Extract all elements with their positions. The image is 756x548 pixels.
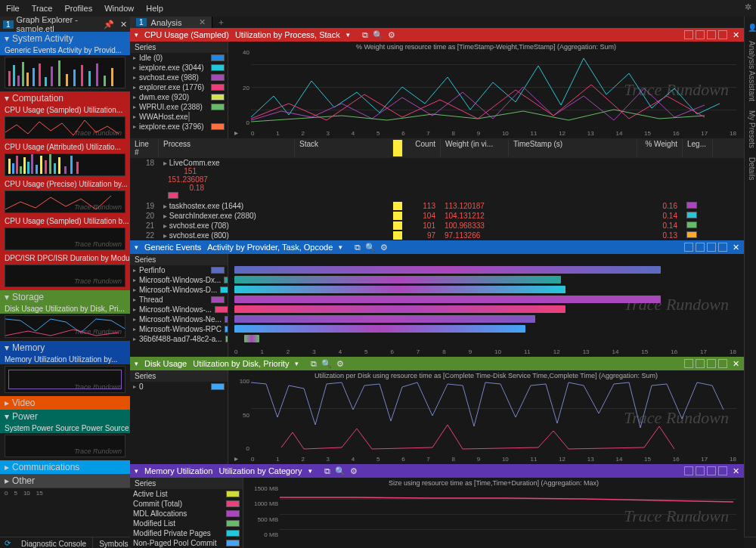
refresh-icon[interactable]: ⟳	[0, 537, 15, 548]
subgroup-label[interactable]: System Power Source Power Source	[0, 423, 130, 433]
event-bar[interactable]	[244, 335, 259, 342]
menu-help[interactable]: Help	[146, 4, 163, 13]
event-bar[interactable]	[234, 276, 561, 283]
series-item[interactable]: ▸svchost.exe (988)	[130, 73, 228, 82]
series-item[interactable]: ▸Thread	[130, 295, 228, 305]
group-power[interactable]: ▾Power	[0, 410, 130, 423]
thumb-dpc-isr[interactable]: Trace Rundown	[5, 265, 125, 287]
rail-my-presets[interactable]: My Presets	[745, 110, 756, 148]
series-item[interactable]: ▸Microsoft-Windows-D...	[130, 285, 228, 295]
group-storage[interactable]: ▾Storage	[0, 290, 130, 304]
menu-window[interactable]: Window	[104, 4, 134, 13]
group-system-activity[interactable]: ▾ System Activity	[0, 32, 130, 45]
series-item[interactable]: ▸36b6f488-aad7-48c2-a...	[130, 334, 228, 344]
subgroup-label[interactable]: CPU Usage (Precise) Utilization by...	[0, 179, 130, 189]
series-item[interactable]: Modified Private Pages	[130, 528, 243, 538]
table-row[interactable]: 21▸ svchost.exe (708)101100.9683330.14	[130, 221, 744, 231]
close-icon[interactable]: ✕	[733, 466, 739, 476]
close-icon[interactable]: ✕	[733, 30, 739, 40]
search-icon[interactable]: 🔍	[335, 466, 345, 476]
settings-icon[interactable]: ✲	[745, 2, 751, 12]
subgroup-label[interactable]: Disk Usage Utilization by Disk, Pri...	[0, 304, 130, 314]
chevron-right-icon[interactable]: ▸	[234, 454, 238, 463]
group-video[interactable]: ▸Video	[0, 396, 130, 410]
series-item[interactable]: MDL Allocations	[130, 509, 243, 519]
filter-icon[interactable]: ⧉	[355, 243, 361, 252]
series-item[interactable]: Active List	[130, 489, 243, 499]
layout-btn[interactable]	[707, 30, 716, 39]
filter-icon[interactable]: ⧉	[362, 30, 368, 40]
series-item[interactable]: ▸WWAHost.exe	[130, 112, 228, 122]
series-item[interactable]: ▸Perfinfo	[130, 265, 228, 275]
pin-icon[interactable]: 📌	[104, 20, 114, 29]
series-item[interactable]: ▸iexplore.exe (3044)	[130, 63, 228, 73]
event-bar[interactable]	[234, 266, 661, 274]
series-item[interactable]: ▸dwm.exe (920)	[130, 92, 228, 102]
series-item[interactable]: ▸WPRUI.exe (2388)	[130, 102, 228, 112]
search-icon[interactable]: 🔍	[321, 359, 332, 369]
new-tab-button[interactable]: ＋	[212, 17, 231, 28]
thumb-cpu-precise[interactable]: Trace Rundown	[5, 190, 125, 213]
series-item[interactable]: ▸Microsoft-Windows-RPC	[130, 324, 228, 334]
close-icon[interactable]: ✕	[199, 17, 206, 27]
layout-btn[interactable]	[696, 30, 705, 39]
search-icon[interactable]: 🔍	[373, 30, 383, 40]
thumb-disk[interactable]: Trace Rundown	[5, 315, 125, 338]
series-item[interactable]: Modified List	[130, 519, 243, 528]
menu-file[interactable]: File	[6, 4, 20, 13]
chevron-down-icon[interactable]: ▾	[135, 31, 138, 39]
menu-profiles[interactable]: Profiles	[64, 4, 92, 13]
cpu-chart[interactable]: % Weight using resource time as [TimeSta…	[228, 42, 744, 138]
menu-trace[interactable]: Trace	[32, 4, 53, 13]
gear-icon[interactable]: ⚙	[350, 466, 358, 476]
event-bar[interactable]	[234, 305, 565, 313]
group-other[interactable]: ▸Other	[0, 474, 130, 488]
subgroup-label[interactable]: Memory Utilization Utilization by...	[0, 354, 130, 364]
subgroup-label[interactable]: CPU Usage (Attributed) Utilizatio...	[0, 142, 130, 152]
diagnostic-console-button[interactable]: Diagnostic Console	[15, 537, 93, 548]
table-row[interactable]: 19▸ taskhostex.exe (1644)113113.1201870.…	[130, 201, 744, 211]
cpu-data-table[interactable]: Line # Process Stack Count Weight (in vi…	[130, 138, 744, 240]
series-item[interactable]: Commit (Total)	[130, 499, 243, 509]
maximize-btn[interactable]	[718, 30, 727, 39]
filter-icon[interactable]: ⧉	[324, 466, 330, 476]
table-row[interactable]: 18▸ LiveComm.exe 151151.2360870.18	[130, 158, 744, 201]
series-item[interactable]: ▸0	[130, 382, 228, 392]
series-item[interactable]: ▸Microsoft-Windows-...	[130, 305, 228, 314]
series-item[interactable]: ▸iexplore.exe (3796)	[130, 122, 228, 132]
event-bar[interactable]	[234, 315, 535, 323]
tab-analysis[interactable]: 1 Analysis ✕	[130, 17, 212, 28]
close-icon[interactable]: ✕	[733, 359, 739, 369]
thumb-power[interactable]: Trace Rundown	[5, 435, 125, 457]
series-item[interactable]: ▸Microsoft-Windows-Dx...	[130, 275, 228, 285]
gear-icon[interactable]: ⚙	[336, 359, 344, 369]
chevron-right-icon[interactable]: ▸	[234, 128, 238, 137]
event-bar[interactable]	[234, 325, 525, 333]
series-item[interactable]: ▸Microsoft-Windows-Ne...	[130, 314, 228, 324]
event-bar[interactable]	[234, 286, 565, 293]
event-bar[interactable]	[234, 296, 661, 303]
memory-chart[interactable]: Size using resource time as [Time,Time+D…	[243, 478, 744, 548]
gear-icon[interactable]: ⚙	[380, 243, 388, 252]
table-row[interactable]: 22▸ svchost.exe (800)9797.1132660.13	[130, 231, 744, 240]
thumb-cpu-attributed[interactable]	[5, 153, 125, 176]
series-item[interactable]: ▸explorer.exe (1776)	[130, 82, 228, 92]
subgroup-label[interactable]: DPC/ISR DPC/ISR Duration by Modu...	[0, 253, 130, 263]
rail-details[interactable]: Details	[745, 157, 756, 181]
gear-icon[interactable]: ⚙	[388, 30, 395, 40]
thumb-cpu-sampled[interactable]: Trace Rundown	[5, 116, 125, 139]
thumb-cpu-sampled2[interactable]: Trace Rundown	[5, 228, 125, 250]
disk-chart[interactable]: Utilization per Disk using resource time…	[228, 370, 744, 464]
series-item[interactable]: ▸Idle (0)	[130, 53, 228, 63]
table-row[interactable]: 20▸ SearchIndexer.exe (2880)104104.13121…	[130, 211, 744, 221]
group-memory[interactable]: ▾Memory	[0, 341, 130, 354]
subgroup-label[interactable]: CPU Usage (Sampled) Utilization b...	[0, 216, 130, 226]
close-icon[interactable]: ✕	[120, 20, 127, 29]
series-item[interactable]: Non-Paged Pool Commit	[130, 538, 243, 548]
layout-btn[interactable]	[684, 30, 693, 39]
thumb-system-activity[interactable]	[5, 57, 125, 88]
subgroup-label[interactable]: Generic Events Activity by Provid...	[0, 45, 130, 55]
filter-icon[interactable]: ⧉	[311, 359, 317, 369]
rail-analysis-assistant[interactable]: Analysis Assistant	[745, 41, 756, 101]
group-computation[interactable]: ▾ Computation	[0, 91, 130, 105]
